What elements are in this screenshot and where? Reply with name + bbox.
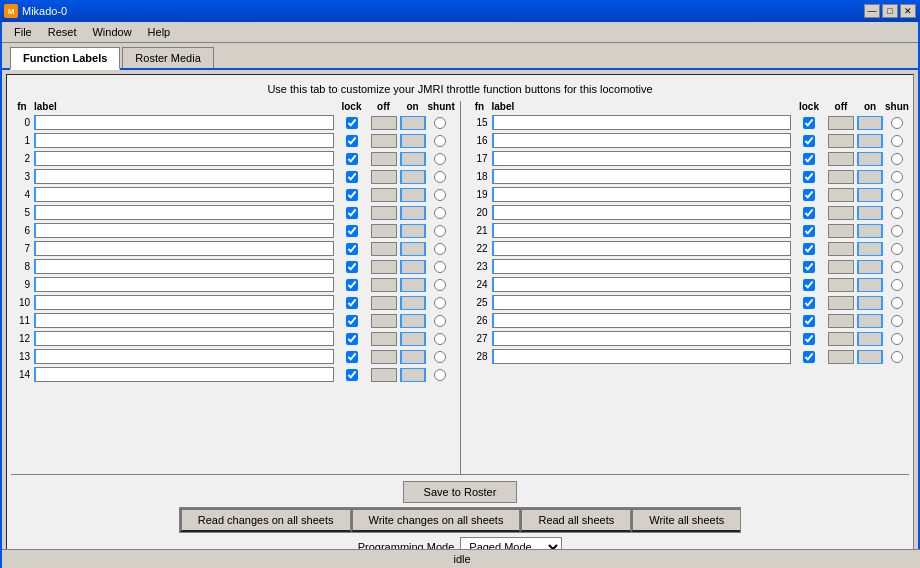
right-lock-checkbox-25[interactable]: [803, 297, 815, 309]
right-lock-checkbox-23[interactable]: [803, 261, 815, 273]
menu-help[interactable]: Help: [140, 24, 179, 40]
left-on-btn-9[interactable]: [400, 278, 426, 292]
left-lock-checkbox-5[interactable]: [346, 207, 358, 219]
right-lock-checkbox-26[interactable]: [803, 315, 815, 327]
left-label-input-10[interactable]: [34, 295, 334, 310]
left-shunt-radio-5[interactable]: [434, 207, 446, 219]
left-on-btn-5[interactable]: [400, 206, 426, 220]
left-off-btn-0[interactable]: [371, 116, 397, 130]
right-on-btn-20[interactable]: [857, 206, 883, 220]
left-lock-checkbox-6[interactable]: [346, 225, 358, 237]
right-label-input-19[interactable]: [492, 187, 792, 202]
right-off-btn-17[interactable]: [828, 152, 854, 166]
left-off-btn-6[interactable]: [371, 224, 397, 238]
maximize-button[interactable]: □: [882, 4, 898, 18]
right-lock-checkbox-22[interactable]: [803, 243, 815, 255]
left-shunt-radio-3[interactable]: [434, 171, 446, 183]
left-shunt-radio-11[interactable]: [434, 315, 446, 327]
left-on-btn-0[interactable]: [400, 116, 426, 130]
left-label-input-13[interactable]: [34, 349, 334, 364]
write-all-button[interactable]: Write all sheets: [631, 508, 740, 532]
right-off-btn-20[interactable]: [828, 206, 854, 220]
left-label-input-14[interactable]: [34, 367, 334, 382]
left-label-input-6[interactable]: [34, 223, 334, 238]
left-off-btn-11[interactable]: [371, 314, 397, 328]
left-on-btn-1[interactable]: [400, 134, 426, 148]
right-shunt-radio-23[interactable]: [891, 261, 903, 273]
right-off-btn-26[interactable]: [828, 314, 854, 328]
right-shunt-radio-18[interactable]: [891, 171, 903, 183]
left-off-btn-12[interactable]: [371, 332, 397, 346]
right-lock-checkbox-21[interactable]: [803, 225, 815, 237]
left-on-btn-6[interactable]: [400, 224, 426, 238]
right-off-btn-28[interactable]: [828, 350, 854, 364]
right-label-input-21[interactable]: [492, 223, 792, 238]
left-label-input-0[interactable]: [34, 115, 334, 130]
left-lock-checkbox-14[interactable]: [346, 369, 358, 381]
tab-function-labels[interactable]: Function Labels: [10, 47, 120, 70]
left-shunt-radio-7[interactable]: [434, 243, 446, 255]
menu-file[interactable]: File: [6, 24, 40, 40]
right-off-btn-19[interactable]: [828, 188, 854, 202]
left-label-input-12[interactable]: [34, 331, 334, 346]
left-lock-checkbox-3[interactable]: [346, 171, 358, 183]
right-off-btn-24[interactable]: [828, 278, 854, 292]
left-off-btn-3[interactable]: [371, 170, 397, 184]
right-lock-checkbox-17[interactable]: [803, 153, 815, 165]
right-label-input-18[interactable]: [492, 169, 792, 184]
left-label-input-5[interactable]: [34, 205, 334, 220]
left-off-btn-9[interactable]: [371, 278, 397, 292]
right-on-btn-25[interactable]: [857, 296, 883, 310]
right-label-input-17[interactable]: [492, 151, 792, 166]
left-on-btn-10[interactable]: [400, 296, 426, 310]
left-on-btn-12[interactable]: [400, 332, 426, 346]
left-on-btn-14[interactable]: [400, 368, 426, 382]
right-shunt-radio-16[interactable]: [891, 135, 903, 147]
left-on-btn-13[interactable]: [400, 350, 426, 364]
right-shunt-radio-26[interactable]: [891, 315, 903, 327]
left-lock-checkbox-11[interactable]: [346, 315, 358, 327]
read-all-button[interactable]: Read all sheets: [520, 508, 631, 532]
right-lock-checkbox-27[interactable]: [803, 333, 815, 345]
right-on-btn-27[interactable]: [857, 332, 883, 346]
right-on-btn-28[interactable]: [857, 350, 883, 364]
right-label-input-22[interactable]: [492, 241, 792, 256]
left-shunt-radio-2[interactable]: [434, 153, 446, 165]
left-off-btn-13[interactable]: [371, 350, 397, 364]
left-label-input-9[interactable]: [34, 277, 334, 292]
left-off-btn-5[interactable]: [371, 206, 397, 220]
left-shunt-radio-13[interactable]: [434, 351, 446, 363]
right-lock-checkbox-24[interactable]: [803, 279, 815, 291]
right-label-input-16[interactable]: [492, 133, 792, 148]
left-shunt-radio-0[interactable]: [434, 117, 446, 129]
menu-window[interactable]: Window: [84, 24, 139, 40]
tab-roster-media[interactable]: Roster Media: [122, 47, 213, 68]
right-off-btn-16[interactable]: [828, 134, 854, 148]
left-label-input-2[interactable]: [34, 151, 334, 166]
right-lock-checkbox-18[interactable]: [803, 171, 815, 183]
right-label-input-24[interactable]: [492, 277, 792, 292]
right-on-btn-22[interactable]: [857, 242, 883, 256]
left-off-btn-4[interactable]: [371, 188, 397, 202]
left-shunt-radio-8[interactable]: [434, 261, 446, 273]
right-shunt-radio-24[interactable]: [891, 279, 903, 291]
write-changes-button[interactable]: Write changes on all sheets: [351, 508, 521, 532]
right-label-input-28[interactable]: [492, 349, 792, 364]
left-label-input-8[interactable]: [34, 259, 334, 274]
left-lock-checkbox-1[interactable]: [346, 135, 358, 147]
right-off-btn-15[interactable]: [828, 116, 854, 130]
left-label-input-7[interactable]: [34, 241, 334, 256]
right-label-input-20[interactable]: [492, 205, 792, 220]
left-label-input-3[interactable]: [34, 169, 334, 184]
left-on-btn-4[interactable]: [400, 188, 426, 202]
left-on-btn-3[interactable]: [400, 170, 426, 184]
right-shunt-radio-17[interactable]: [891, 153, 903, 165]
right-on-btn-16[interactable]: [857, 134, 883, 148]
right-label-input-25[interactable]: [492, 295, 792, 310]
right-on-btn-15[interactable]: [857, 116, 883, 130]
left-lock-checkbox-4[interactable]: [346, 189, 358, 201]
right-off-btn-18[interactable]: [828, 170, 854, 184]
right-off-btn-25[interactable]: [828, 296, 854, 310]
right-shunt-radio-25[interactable]: [891, 297, 903, 309]
left-shunt-radio-6[interactable]: [434, 225, 446, 237]
